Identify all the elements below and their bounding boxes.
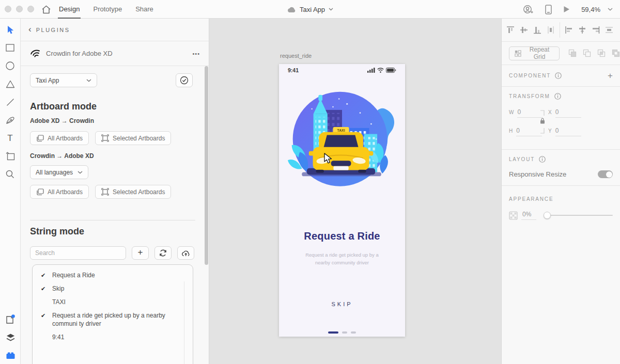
- string-row[interactable]: ✔ TAXI: [33, 295, 193, 309]
- boolean-subtract-icon[interactable]: [583, 49, 591, 57]
- tab-design[interactable]: Design: [59, 0, 80, 19]
- align-center-icon[interactable]: [578, 26, 586, 34]
- plugins-header-label: PLUGINS: [36, 27, 70, 33]
- x-input[interactable]: 0: [555, 108, 581, 118]
- align-middle-icon[interactable]: [520, 26, 528, 34]
- opacity-value[interactable]: 0%: [521, 211, 536, 220]
- boolean-add-icon[interactable]: [568, 49, 577, 57]
- validate-project-button[interactable]: [176, 73, 193, 87]
- chevron-down-icon[interactable]: [329, 8, 333, 11]
- responsive-resize-toggle[interactable]: [598, 170, 613, 178]
- layers-panel-icon[interactable]: [5, 332, 16, 343]
- skip-button[interactable]: SKIP: [279, 301, 405, 307]
- invite-user-icon[interactable]: [523, 5, 534, 14]
- wifi-icon: [377, 68, 384, 73]
- zoom-level[interactable]: 59,4%: [581, 6, 600, 13]
- opacity-slider[interactable]: [544, 212, 613, 219]
- refresh-icon: [159, 249, 167, 257]
- plugins-panel-header: ‹ PLUGINS: [21, 19, 209, 41]
- selected-artboards-button[interactable]: Selected Artboards: [95, 131, 171, 145]
- y-input[interactable]: 0: [555, 127, 581, 136]
- crowdin-to-xd-label: Crowdin → Adobe XD: [30, 152, 94, 160]
- search-input[interactable]: [30, 246, 126, 260]
- artboard-tool-icon[interactable]: [5, 151, 16, 162]
- page-indicator: [279, 331, 405, 334]
- align-bottom-icon[interactable]: [533, 26, 541, 34]
- lock-icon[interactable]: [540, 118, 545, 124]
- close-window-button[interactable]: [5, 6, 11, 12]
- properties-panel: Repeat Grid COMPONENT + TRANSFORM W: [501, 19, 620, 364]
- plugin-name: Crowdin for Adobe XD: [46, 50, 192, 57]
- string-row[interactable]: ✔ 9:41: [33, 330, 193, 344]
- document-title[interactable]: Taxi App: [300, 6, 325, 13]
- desktop-preview-play-icon[interactable]: [563, 6, 570, 13]
- window-controls[interactable]: [5, 6, 34, 12]
- string-tools-row: +: [30, 246, 194, 260]
- appearance-title: APPEARANCE: [509, 196, 553, 202]
- phone-subtitle: Request a ride get picked up by a nearby…: [279, 251, 405, 266]
- all-artboards-label: All Artboards: [48, 135, 83, 142]
- distribute-vertical-icon[interactable]: [547, 26, 555, 34]
- artboard-name-label[interactable]: request_ride: [280, 53, 312, 59]
- boolean-intersect-icon[interactable]: [597, 49, 606, 57]
- page-dot: [351, 331, 356, 334]
- languages-select[interactable]: All languages: [30, 165, 88, 179]
- assets-panel-icon[interactable]: [5, 350, 16, 361]
- height-input[interactable]: 0: [516, 127, 542, 136]
- panel-scrollbar[interactable]: [205, 66, 208, 265]
- all-artboards-button[interactable]: All Artboards: [30, 131, 89, 145]
- line-tool-icon[interactable]: [5, 97, 16, 107]
- string-row[interactable]: ✔ Skip: [33, 282, 193, 295]
- height-label: H: [509, 128, 513, 134]
- plugins-panel-icon[interactable]: [5, 314, 16, 325]
- refresh-strings-button[interactable]: [154, 246, 172, 260]
- add-component-button[interactable]: +: [608, 71, 613, 81]
- slider-track[interactable]: [544, 215, 613, 216]
- zoom-tool-icon[interactable]: [5, 169, 16, 180]
- rectangle-tool-icon[interactable]: [5, 42, 16, 53]
- request-ride-artboard[interactable]: 9:41: [279, 64, 405, 337]
- artboards-stack-icon: [36, 135, 44, 142]
- selected-artboard-icon: [101, 188, 109, 196]
- design-canvas[interactable]: request_ride 9:41: [209, 19, 501, 364]
- info-icon[interactable]: [554, 93, 561, 100]
- repeat-grid-label: Repeat Grid: [525, 46, 554, 60]
- polygon-tool-icon[interactable]: [5, 78, 16, 89]
- pen-tool-icon[interactable]: [5, 115, 16, 125]
- repeat-grid-button[interactable]: Repeat Grid: [509, 46, 560, 60]
- plugin-more-menu-icon[interactable]: •••: [192, 51, 200, 57]
- x-label: X: [548, 109, 552, 115]
- subtitle-line-2: nearby community driver: [279, 259, 405, 266]
- strings-list: ✔ Request a Ride ✔ Skip ✔ TAXI ✔ Request…: [32, 264, 193, 364]
- ellipse-tool-icon[interactable]: [5, 60, 16, 71]
- align-left-icon[interactable]: [565, 26, 573, 34]
- all-artboards-button-2[interactable]: All Artboards: [30, 185, 89, 199]
- add-string-button[interactable]: +: [132, 246, 149, 260]
- zoom-window-button[interactable]: [27, 6, 34, 12]
- boolean-exclude-icon[interactable]: [612, 49, 620, 57]
- info-icon[interactable]: [555, 72, 562, 79]
- minimize-window-button[interactable]: [16, 6, 23, 12]
- back-chevron-icon[interactable]: ‹: [28, 25, 32, 34]
- home-icon[interactable]: [40, 4, 52, 14]
- device-preview-icon[interactable]: [545, 5, 552, 14]
- upload-strings-button[interactable]: [177, 246, 194, 260]
- string-row[interactable]: ✔ Request a ride get picked up by a near…: [33, 309, 193, 330]
- layout-section: LAYOUT Responsive Resize: [502, 150, 620, 186]
- check-circle-icon: [180, 76, 189, 85]
- tab-share[interactable]: Share: [135, 0, 153, 19]
- zoom-control[interactable]: 59,4%: [581, 6, 613, 13]
- align-top-icon[interactable]: [506, 26, 515, 34]
- text-tool-icon[interactable]: T: [5, 133, 16, 144]
- distribute-horizontal-icon[interactable]: [605, 26, 613, 34]
- tab-prototype[interactable]: Prototype: [93, 0, 122, 19]
- crowdin-plugin-panel: ‹ PLUGINS Crowdin for Adobe XD ••• Taxi …: [21, 19, 209, 364]
- project-select[interactable]: Taxi App: [30, 73, 97, 87]
- info-icon[interactable]: [539, 156, 546, 163]
- mode-tabs: Design Prototype Share: [59, 0, 153, 19]
- select-tool-icon[interactable]: [5, 24, 16, 35]
- string-row[interactable]: ✔ Request a Ride: [33, 268, 193, 282]
- align-right-icon[interactable]: [592, 26, 600, 34]
- slider-knob[interactable]: [544, 212, 551, 219]
- selected-artboards-button-2[interactable]: Selected Artboards: [95, 185, 171, 199]
